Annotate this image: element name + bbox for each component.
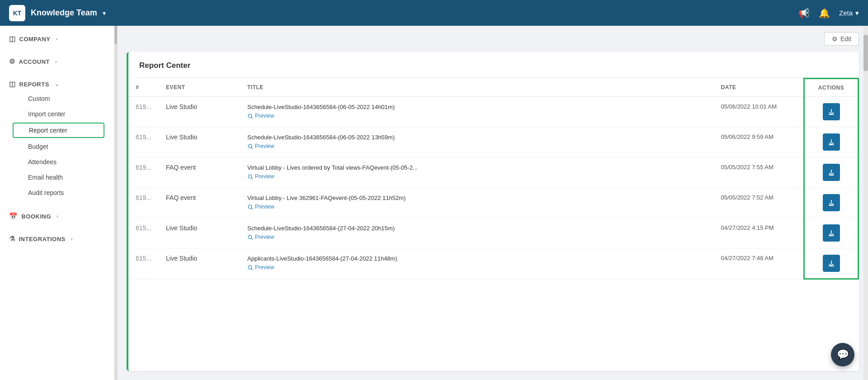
svg-line-10 [251, 208, 253, 209]
sidebar-scrollbar[interactable] [114, 26, 117, 380]
svg-line-13 [251, 238, 253, 240]
cell-id: 619... [128, 157, 159, 188]
account-chevron-icon: › [55, 59, 57, 64]
cell-title: Schedule-LiveStudio-1643656584-(27-04-20… [240, 218, 713, 248]
user-chevron-icon: ▾ [855, 9, 859, 17]
svg-point-12 [248, 235, 252, 239]
company-icon: ◫ [9, 35, 16, 43]
report-center-title: Report Center [139, 61, 190, 70]
app-title-chevron-icon[interactable]: ▾ [103, 10, 106, 17]
app-logo[interactable]: KT [9, 5, 25, 21]
search-icon [247, 234, 253, 240]
report-table-container[interactable]: # EVENT TITLE DATE ACTIONS 619... Live S… [128, 78, 859, 371]
preview-link[interactable]: Preview [247, 113, 706, 119]
download-icon [828, 108, 835, 115]
integrations-chevron-icon: › [71, 236, 73, 242]
download-icon [828, 260, 835, 267]
col-title: TITLE [240, 79, 713, 97]
sidebar-item-audit-reports[interactable]: Audit reports [9, 185, 108, 200]
svg-point-0 [248, 114, 252, 118]
cell-title: Schedule-LiveStudio-1643656584-(06-05-20… [240, 127, 713, 157]
sidebar-section-integrations: ⚗ INTEGRATIONS › [0, 226, 117, 248]
sidebar-item-import-center[interactable]: Import center [9, 106, 108, 122]
download-button[interactable] [823, 255, 840, 272]
preview-link[interactable]: Preview [247, 264, 706, 271]
sidebar-account-header[interactable]: ⚙ ACCOUNT › [9, 55, 108, 68]
col-hash: # [128, 79, 159, 97]
sidebar-section-booking: 📅 BOOKING › [0, 203, 117, 226]
preview-link[interactable]: Preview [247, 173, 706, 180]
navbar: KT Knowledge Team ▾ 📢 🔔 Zeta ▾ [0, 0, 868, 26]
svg-line-4 [251, 147, 253, 149]
navbar-right: 📢 🔔 Zeta ▾ [798, 8, 859, 19]
main-scrollbar[interactable] [863, 26, 868, 380]
download-button[interactable] [823, 194, 840, 211]
reports-icon: ◫ [9, 80, 16, 88]
company-label: COMPANY [19, 36, 51, 43]
cell-event: Live Studio [159, 127, 240, 157]
download-icon [828, 169, 835, 176]
download-icon [828, 229, 835, 237]
app-title: Knowledge Team [31, 8, 97, 18]
cell-date: 04/27/2022 7:48 AM [714, 248, 804, 279]
svg-point-9 [248, 205, 252, 209]
edit-button[interactable]: ⚙ Edit [824, 32, 859, 46]
sidebar-integrations-header[interactable]: ⚗ INTEGRATIONS › [9, 232, 108, 246]
download-button[interactable] [823, 103, 840, 120]
cell-actions [804, 188, 859, 218]
sidebar-item-budget[interactable]: Budget [9, 139, 108, 154]
cell-id: 615... [128, 248, 159, 279]
sidebar-reports-header[interactable]: ◫ REPORTS ⌄ [9, 77, 108, 91]
cell-actions [804, 248, 859, 279]
content-area: Report Center # EVENT TITLE DATE ACTIONS [118, 52, 868, 380]
account-icon: ⚙ [9, 57, 15, 66]
col-date: DATE [714, 79, 804, 97]
preview-link[interactable]: Preview [247, 143, 706, 149]
search-icon [247, 174, 253, 180]
main-content: ⚙ Edit Report Center # EVENT TITLE [118, 26, 868, 380]
user-menu[interactable]: Zeta ▾ [839, 9, 859, 17]
report-table: # EVENT TITLE DATE ACTIONS 619... Live S… [128, 78, 859, 280]
cell-event: FAQ event [159, 188, 240, 218]
integrations-label: INTEGRATIONS [19, 236, 66, 242]
cell-id: 619... [128, 188, 159, 218]
integrations-icon: ⚗ [9, 235, 15, 243]
cell-event: Live Studio [159, 218, 240, 248]
sidebar-booking-header[interactable]: 📅 BOOKING › [9, 209, 108, 223]
table-row: 619... Live Studio Schedule-LiveStudio-1… [128, 97, 859, 127]
download-button[interactable] [823, 224, 840, 242]
bell-icon[interactable]: 🔔 [819, 8, 830, 19]
layout: ◫ COMPANY › ⚙ ACCOUNT › ◫ REPORTS ⌄ Cust… [0, 26, 868, 380]
booking-chevron-icon: › [57, 214, 58, 219]
svg-line-16 [251, 269, 253, 270]
download-button[interactable] [823, 133, 840, 151]
chat-bubble[interactable]: 💬 [831, 343, 854, 366]
cell-event: FAQ event [159, 157, 240, 188]
megaphone-icon[interactable]: 📢 [798, 8, 810, 19]
cell-actions [804, 97, 859, 127]
sidebar-section-account: ⚙ ACCOUNT › [0, 48, 117, 71]
company-chevron-icon: › [56, 36, 57, 42]
sidebar-item-email-health[interactable]: Email health [9, 170, 108, 185]
table-row: 615... Live Studio Applicants-LiveStudio… [128, 248, 859, 279]
cell-title: Virtual Lobby - Lives ordered by Total v… [240, 157, 713, 188]
cell-actions [804, 157, 859, 188]
booking-label: BOOKING [22, 213, 52, 220]
cell-actions [804, 218, 859, 248]
download-button[interactable] [823, 164, 840, 181]
cell-actions [804, 127, 859, 157]
sidebar: ◫ COMPANY › ⚙ ACCOUNT › ◫ REPORTS ⌄ Cust… [0, 26, 118, 380]
cell-date: 05/06/2022 9:59 AM [714, 127, 804, 157]
cell-id: 619... [128, 97, 159, 127]
cell-date: 05/05/2022 7:55 AM [714, 157, 804, 188]
sidebar-item-attendees[interactable]: Attendees [9, 154, 108, 170]
sidebar-item-custom[interactable]: Custom [9, 91, 108, 106]
reports-chevron-icon: ⌄ [55, 81, 59, 87]
preview-link[interactable]: Preview [247, 204, 706, 210]
sidebar-section-company: ◫ COMPANY › [0, 26, 117, 48]
preview-link[interactable]: Preview [247, 234, 706, 240]
sidebar-item-report-center[interactable]: Report center [13, 123, 104, 138]
table-row: 619... Live Studio Schedule-LiveStudio-1… [128, 127, 859, 157]
main-scrollbar-thumb [863, 35, 868, 71]
sidebar-company-header[interactable]: ◫ COMPANY › [9, 32, 108, 46]
